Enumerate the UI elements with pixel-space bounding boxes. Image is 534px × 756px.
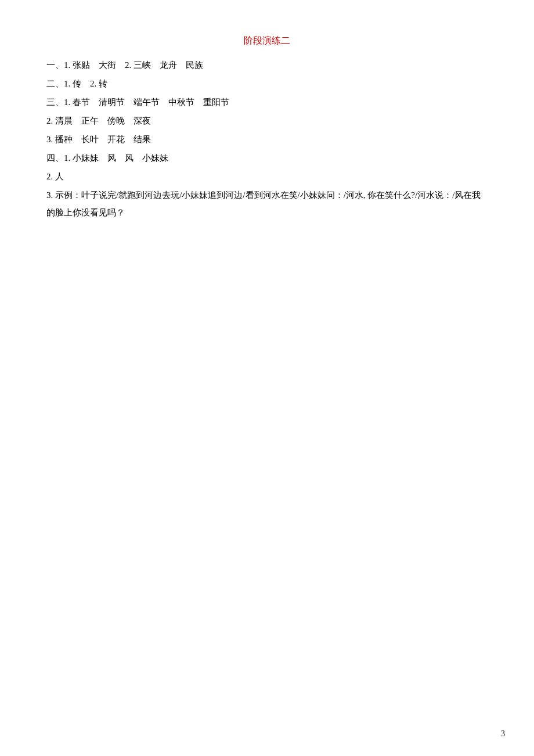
line-6: 四、1. 小妹妹 风 风 小妹妹: [46, 149, 488, 167]
line-7: 2. 人: [46, 168, 488, 185]
line-2: 二、1. 传 2. 转: [46, 75, 488, 92]
line-5: 3. 播种 长叶 开花 结果: [46, 131, 488, 148]
page-number: 3: [501, 729, 505, 739]
page-container: 阶段演练二 一、1. 张贴 大街 2. 三峡 龙舟 民族 二、1. 传 2. 转…: [0, 0, 534, 756]
line-3: 三、1. 春节 清明节 端午节 中秋节 重阳节: [46, 93, 488, 111]
content-block: 一、1. 张贴 大街 2. 三峡 龙舟 民族 二、1. 传 2. 转 三、1. …: [46, 56, 488, 221]
page-title: 阶段演练二: [46, 35, 488, 47]
line-1: 一、1. 张贴 大街 2. 三峡 龙舟 民族: [46, 56, 488, 74]
line-8: 3. 示例：叶子说完/就跑到河边去玩/小妹妹追到河边/看到河水在笑/小妹妹问：/…: [46, 186, 488, 221]
line-4: 2. 清晨 正午 傍晚 深夜: [46, 112, 488, 129]
